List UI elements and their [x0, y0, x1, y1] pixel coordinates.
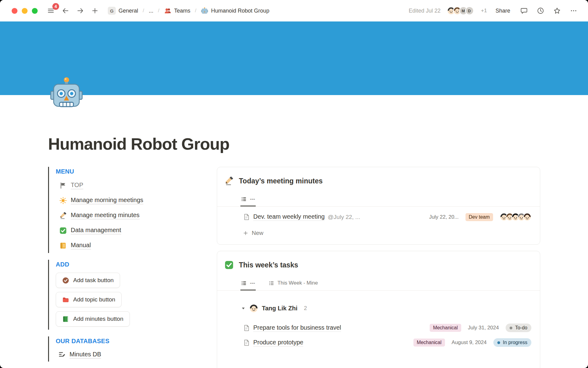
- page-icon: [243, 324, 250, 332]
- breadcrumb-separator: /: [195, 8, 197, 14]
- view-tab-label: ---: [250, 196, 255, 202]
- breadcrumb-collapsed-label: ...: [149, 8, 153, 14]
- breadcrumb-collapsed[interactable]: ...: [147, 6, 156, 15]
- plus-icon: [91, 7, 99, 14]
- arrow-left-icon: [62, 7, 69, 14]
- view-tab-dashes[interactable]: ---: [240, 277, 256, 290]
- task-title: Produce prototype: [253, 339, 303, 347]
- view-tab-dashes[interactable]: ---: [240, 193, 256, 206]
- back-button[interactable]: [60, 6, 71, 16]
- task-row[interactable]: Produce prototype Mechanical August 9, 2…: [217, 335, 540, 350]
- add-heading: ADD: [56, 260, 205, 271]
- list-view-icon: [241, 196, 247, 202]
- group-count: 2: [304, 305, 307, 312]
- more-options-button[interactable]: [568, 6, 579, 16]
- comments-button[interactable]: [519, 6, 529, 16]
- menu-item-meeting-minutes[interactable]: Manage meeting minutes: [56, 208, 205, 223]
- close-window-button[interactable]: [12, 8, 17, 14]
- task-check-icon: [62, 277, 69, 284]
- sidebar-toggle-button[interactable]: 4: [46, 6, 56, 16]
- avatar-overflow-count: +1: [481, 8, 487, 14]
- zoom-window-button[interactable]: [32, 8, 38, 14]
- plus-icon: [243, 230, 248, 236]
- add-task-button[interactable]: Add task button: [56, 273, 120, 288]
- notification-badge: 4: [52, 3, 59, 10]
- menu-section: MENU TOP Manage morning meetings Manage …: [48, 167, 205, 253]
- add-minutes-button[interactable]: Add minutes button: [56, 311, 130, 327]
- page-icon-robot[interactable]: [49, 76, 84, 111]
- window-controls: [12, 8, 38, 14]
- due-date: July 31, 2024: [468, 325, 499, 331]
- breadcrumb-workspace[interactable]: G General: [106, 6, 140, 16]
- status-badge: In progress: [493, 338, 531, 347]
- menu-item-label: Manage meeting minutes: [71, 212, 140, 219]
- menu-heading: MENU: [56, 167, 205, 178]
- ellipsis-icon: [570, 7, 577, 14]
- left-column: MENU TOP Manage morning meetings Manage …: [48, 167, 217, 368]
- menu-item-manual[interactable]: Manual: [56, 238, 205, 253]
- collapse-triangle-icon[interactable]: [241, 306, 246, 311]
- new-page-button[interactable]: [90, 6, 100, 16]
- add-topic-button[interactable]: Add topic button: [56, 292, 122, 307]
- status-dot: [510, 327, 512, 329]
- people-icon: [164, 7, 172, 14]
- meeting-card-title: Today’s meeting minutes: [239, 177, 323, 185]
- task-title: Prepare tools for business travel: [253, 324, 341, 332]
- meeting-card-header: Today’s meeting minutes: [217, 167, 540, 193]
- flag-icon: [59, 182, 67, 189]
- presence-avatars[interactable]: M D: [447, 6, 474, 15]
- page-cover: [0, 21, 588, 95]
- add-minutes-button-label: Add minutes button: [73, 316, 123, 322]
- menu-item-data-management[interactable]: Data management: [56, 223, 205, 238]
- group-row-tang-lik-zhi[interactable]: Tang Lik Zhi 2: [217, 291, 540, 320]
- forward-button[interactable]: [75, 6, 85, 16]
- breadcrumb-current-page[interactable]: Humanoid Robot Group: [199, 6, 271, 16]
- share-button[interactable]: Share: [493, 6, 513, 15]
- robot-icon: [201, 7, 208, 14]
- red-folder-icon: [62, 296, 69, 303]
- weekly-tasks-card: This week’s tasks --- This Week - Mine: [217, 251, 540, 368]
- view-tab-label: ---: [250, 280, 255, 286]
- star-icon: [553, 7, 561, 14]
- task-row[interactable]: Prepare tools for business travel Mechan…: [217, 320, 540, 335]
- databases-heading: OUR DATABASES: [56, 336, 205, 347]
- menu-item-label: Manage morning meetings: [71, 197, 143, 204]
- favorite-button[interactable]: [552, 6, 562, 16]
- database-item-minutes-db[interactable]: Minutes DB: [56, 347, 205, 362]
- list-view-icon: [241, 280, 247, 286]
- menu-item-top[interactable]: TOP: [56, 178, 205, 193]
- comment-icon: [520, 7, 528, 14]
- compose-icon: [58, 351, 66, 358]
- breadcrumb-teams[interactable]: Teams: [162, 6, 193, 16]
- updates-button[interactable]: [535, 6, 546, 16]
- tasks-card-header: This week’s tasks: [217, 251, 540, 277]
- new-meeting-row-button[interactable]: New: [217, 225, 540, 244]
- menu-item-label: TOP: [71, 182, 83, 189]
- category-tag: Mechanical: [413, 339, 445, 347]
- arrow-right-icon: [77, 7, 84, 14]
- writing-hand-icon: [224, 176, 234, 186]
- writing-hand-icon: [59, 212, 67, 219]
- app-window: 4 G General / ... / Teams: [0, 0, 588, 368]
- check-green-icon: [224, 260, 234, 270]
- titlebar-right: Edited Jul 22 M D +1 Share: [409, 6, 579, 16]
- view-tab-this-week-mine[interactable]: This Week - Mine: [268, 277, 318, 290]
- menu-item-morning-meetings[interactable]: Manage morning meetings: [56, 193, 205, 208]
- meeting-row[interactable]: Dev. team weekly meeting @July 22, ... J…: [217, 207, 540, 225]
- list-view-icon: [269, 280, 274, 286]
- page-title[interactable]: Humanoid Robot Group: [48, 134, 540, 153]
- add-task-button-label: Add task button: [73, 277, 114, 284]
- category-tag: Mechanical: [430, 324, 461, 332]
- robot-icon: [49, 76, 84, 111]
- minimize-window-button[interactable]: [22, 8, 28, 14]
- page-icon: [243, 213, 250, 220]
- due-date: August 9, 2024: [452, 339, 487, 346]
- menu-item-label: Data management: [71, 227, 121, 234]
- tasks-card-view-tabs: --- This Week - Mine: [217, 277, 540, 291]
- attendee-avatars: [500, 213, 531, 221]
- breadcrumb-separator: /: [143, 8, 144, 14]
- status-label: To-do: [515, 325, 527, 331]
- status-badge: To-do: [506, 324, 531, 332]
- breadcrumb: G General / ... / Teams / Humanoid Robot…: [106, 6, 271, 16]
- clock-icon: [537, 7, 544, 14]
